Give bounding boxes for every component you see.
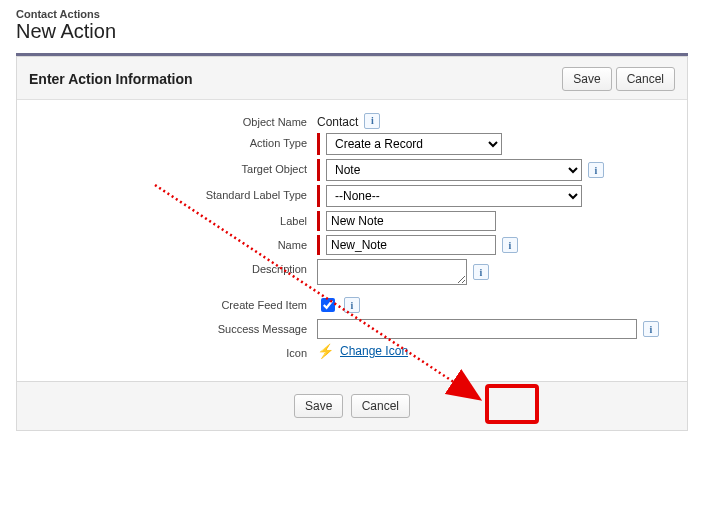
save-button-top[interactable]: Save bbox=[562, 67, 611, 91]
description-textarea[interactable] bbox=[317, 259, 467, 285]
create-feed-item-checkbox[interactable] bbox=[321, 298, 335, 312]
object-name-value: Contact bbox=[317, 112, 358, 129]
action-type-select[interactable]: Create a Record bbox=[326, 133, 502, 155]
label-input[interactable] bbox=[326, 211, 496, 231]
lightning-icon: ⚡ bbox=[317, 343, 334, 359]
info-icon[interactable]: i bbox=[643, 321, 659, 337]
label-field-label: Label bbox=[17, 211, 317, 227]
required-bar bbox=[317, 235, 320, 255]
target-object-label: Target Object bbox=[17, 159, 317, 175]
required-bar bbox=[317, 185, 320, 207]
action-info-section: Enter Action Information Save Cancel Obj… bbox=[16, 56, 688, 382]
required-bar bbox=[317, 159, 320, 181]
cancel-button-top[interactable]: Cancel bbox=[616, 67, 675, 91]
description-label: Description bbox=[17, 259, 317, 275]
icon-label: Icon bbox=[17, 343, 317, 359]
info-icon[interactable]: i bbox=[473, 264, 489, 280]
page-title: New Action bbox=[16, 20, 688, 43]
footer-bar: Save Cancel bbox=[16, 382, 688, 431]
success-message-input[interactable] bbox=[317, 319, 637, 339]
section-title: Enter Action Information bbox=[29, 71, 558, 87]
name-input[interactable] bbox=[326, 235, 496, 255]
info-icon[interactable]: i bbox=[364, 113, 380, 129]
object-name-label: Object Name bbox=[17, 112, 317, 128]
change-icon-link[interactable]: Change Icon bbox=[340, 344, 408, 358]
create-feed-item-label: Create Feed Item bbox=[17, 295, 317, 311]
required-bar bbox=[317, 133, 320, 155]
info-icon[interactable]: i bbox=[502, 237, 518, 253]
success-message-label: Success Message bbox=[17, 319, 317, 335]
required-bar bbox=[317, 211, 320, 231]
standard-label-type-select[interactable]: --None-- bbox=[326, 185, 582, 207]
save-button-bottom[interactable]: Save bbox=[294, 394, 343, 418]
breadcrumb: Contact Actions bbox=[16, 8, 688, 20]
target-object-select[interactable]: Note bbox=[326, 159, 582, 181]
cancel-button-bottom[interactable]: Cancel bbox=[351, 394, 410, 418]
info-icon[interactable]: i bbox=[344, 297, 360, 313]
info-icon[interactable]: i bbox=[588, 162, 604, 178]
name-field-label: Name bbox=[17, 235, 317, 251]
standard-label-type-label: Standard Label Type bbox=[17, 185, 317, 201]
action-type-label: Action Type bbox=[17, 133, 317, 149]
